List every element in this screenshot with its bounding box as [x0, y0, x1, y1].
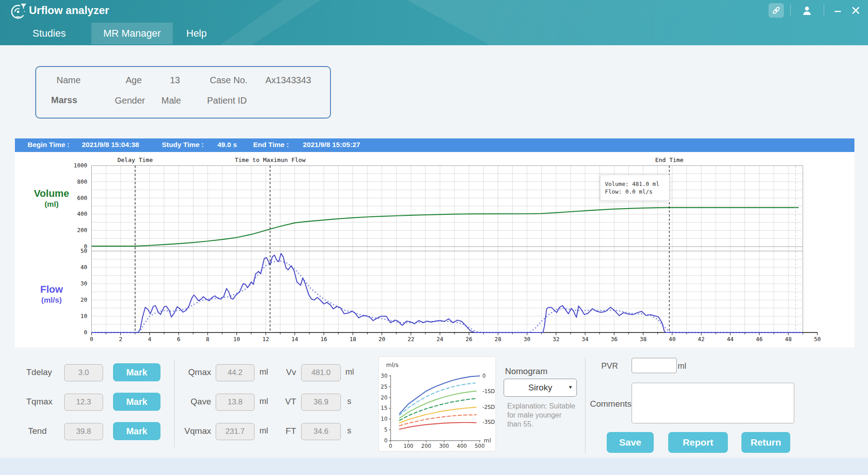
svg-text:10: 10	[381, 416, 387, 422]
nomogram-title: Nomogram	[505, 366, 547, 376]
svg-text:34: 34	[582, 336, 589, 342]
pvr-input[interactable]	[632, 358, 677, 373]
titlebar-separator	[790, 5, 791, 16]
nomogram-select[interactable]: Siroky ▾	[504, 379, 577, 397]
svg-text:28: 28	[495, 336, 501, 342]
svg-text:10: 10	[233, 336, 240, 342]
app-title: Urflow analyzer	[29, 4, 109, 17]
menu-item-help[interactable]: Help	[180, 23, 213, 44]
svg-text:10: 10	[80, 313, 87, 319]
qave-unit: ml	[259, 397, 268, 406]
svg-text:50: 50	[814, 336, 821, 342]
begin-time-value: 2021/9/8 15:04:38	[82, 141, 139, 149]
tooltip-volume: Volume: 481.0 ml	[605, 180, 665, 187]
urflow-analyzer-window: Urflow analyzer Studies MR M	[0, 0, 868, 475]
qave-input[interactable]	[216, 394, 255, 411]
close-button[interactable]	[848, 3, 863, 18]
svg-text:200: 200	[421, 443, 431, 449]
titlebar-separator	[824, 5, 824, 16]
svg-text:50: 50	[80, 247, 87, 254]
patient-info-card: Name Age 13 Case No. Ax1343343 Marss Gen…	[35, 66, 331, 119]
qmax-input[interactable]	[216, 364, 255, 381]
study-time-value: 49.0 s	[217, 141, 237, 149]
qmax-unit: ml	[259, 367, 268, 377]
svg-text:42: 42	[698, 336, 705, 342]
svg-text:48: 48	[785, 336, 792, 342]
vqmax-label: Vqmax	[179, 426, 211, 436]
user-account-icon[interactable]	[799, 3, 815, 18]
svg-text:-2SD: -2SD	[482, 404, 495, 410]
ft-input[interactable]	[301, 423, 341, 440]
name-label: Name	[57, 75, 80, 86]
end-time-value: 2021/9/8 15:05:27	[303, 141, 360, 149]
vv-unit: ml	[345, 367, 354, 377]
return-button[interactable]: Return	[741, 432, 790, 453]
bottom-strip	[0, 458, 868, 475]
case-no-label: Case No.	[210, 75, 247, 86]
gender-label: Gender	[115, 95, 145, 106]
tdelay-input[interactable]	[64, 364, 103, 381]
age-value: 13	[170, 75, 180, 86]
tdelay-mark-button[interactable]: Mark	[113, 363, 160, 381]
qave-label: Qave	[179, 397, 211, 407]
vv-input[interactable]	[301, 364, 341, 381]
case-no-value: Ax1343343	[265, 75, 311, 86]
patient-id-label: Patient ID	[207, 95, 247, 106]
gender-value: Male	[161, 95, 181, 106]
nomogram-chart-card: 0510152025300100200300400500ml/sml0-1SD-…	[378, 356, 496, 451]
vt-input[interactable]	[301, 394, 341, 411]
svg-text:40: 40	[80, 264, 87, 271]
svg-text:400: 400	[77, 210, 87, 217]
svg-text:0: 0	[384, 437, 387, 444]
uroflow-chart[interactable]: 0246810121416182022242628303234363840424…	[15, 152, 854, 347]
svg-text:44: 44	[727, 336, 734, 342]
nomogram-chart: 0510152025300100200300400500ml/sml0-1SD-…	[379, 357, 495, 451]
vt-label: VT	[269, 397, 296, 407]
chevron-down-icon: ▾	[569, 384, 572, 390]
svg-text:500: 500	[475, 443, 485, 449]
study-time-bar: Begin Time : 2021/9/8 15:04:38 Study Tim…	[15, 138, 854, 152]
app-logo-icon	[9, 2, 29, 23]
svg-text:0: 0	[90, 336, 94, 342]
svg-text:30: 30	[381, 373, 387, 379]
tqmax-label: Tqmax	[26, 397, 52, 407]
tqmax-input[interactable]	[64, 394, 103, 411]
svg-text:36: 36	[611, 336, 618, 342]
svg-text:ml/s: ml/s	[386, 361, 399, 368]
svg-text:8: 8	[206, 336, 210, 342]
chart-tooltip: Volume: 481.0 ml Flow: 0.0 ml/s	[600, 175, 670, 201]
menu-item-mr-manager[interactable]: MR Manager	[91, 23, 173, 44]
study-time-label: Study Time :	[162, 141, 204, 149]
svg-text:14: 14	[292, 336, 298, 342]
patient-name-value: Marss	[51, 95, 77, 105]
svg-text:Delay Time: Delay Time	[118, 157, 153, 163]
section-divider	[174, 360, 175, 448]
nomogram-selected-value: Siroky	[528, 383, 552, 393]
svg-text:24: 24	[437, 336, 443, 342]
report-button[interactable]: Report	[668, 432, 728, 453]
tdelay-label: Tdelay	[26, 367, 52, 377]
vqmax-input[interactable]	[216, 423, 255, 440]
tooltip-flow: Flow: 0.0 ml/s	[605, 188, 665, 195]
tend-label: Tend	[28, 426, 47, 436]
link-button[interactable]	[769, 3, 784, 18]
ft-unit: s	[347, 426, 351, 436]
flow-axis-label: Flow (ml/s)	[22, 284, 81, 306]
tend-mark-button[interactable]: Mark	[113, 422, 160, 440]
tqmax-mark-button[interactable]: Mark	[113, 393, 160, 411]
svg-text:20: 20	[80, 296, 87, 303]
svg-text:200: 200	[77, 227, 87, 233]
minimize-button[interactable]	[830, 3, 845, 18]
menu-item-studies[interactable]: Studies	[26, 23, 72, 44]
section-divider	[585, 357, 585, 453]
svg-text:End Time: End Time	[655, 157, 684, 163]
end-time-label: End Time :	[253, 141, 289, 149]
menu-bar: Studies MR Manager Help	[0, 23, 868, 45]
tend-input[interactable]	[64, 423, 103, 440]
comments-textarea[interactable]	[632, 383, 794, 423]
svg-text:800: 800	[77, 178, 87, 185]
svg-text:-3SD: -3SD	[482, 419, 495, 425]
save-button[interactable]: Save	[607, 432, 654, 453]
svg-text:400: 400	[457, 443, 467, 449]
svg-text:5: 5	[384, 427, 387, 433]
